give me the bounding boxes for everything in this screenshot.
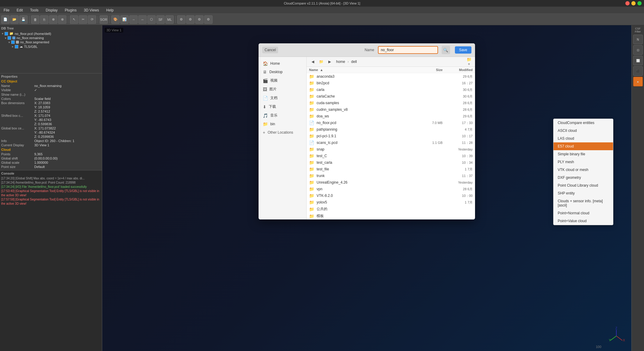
file-row-gonggong[interactable]: 📁公共的	[307, 206, 475, 213]
cancel-button[interactable]: Cancel	[262, 47, 278, 53]
rp-grid-button[interactable]: ⊡	[633, 45, 643, 55]
tb-sample[interactable]: ⊗	[58, 15, 66, 24]
checkbox-3[interactable]	[15, 45, 18, 48]
sidebar-item-desktop[interactable]: 🖥 Desktop	[259, 68, 306, 76]
close-button[interactable]	[625, 1, 630, 5]
new-folder-button[interactable]: 📁+	[465, 58, 473, 65]
tb-clone[interactable]: ⎘	[40, 15, 48, 24]
tb-open[interactable]: 📂	[10, 15, 19, 24]
menu-3dviews[interactable]: 3D Views	[83, 8, 100, 13]
nav-back-button[interactable]: ◀	[309, 58, 316, 65]
dd-item-cc-entities[interactable]: CloudCompare entities	[554, 119, 613, 127]
sidebar-item-other-locations[interactable]: + Other Locations	[259, 128, 306, 137]
file-row-unreal[interactable]: 📁UnrealEngine_4.26Yesterday	[307, 179, 475, 186]
tree-item-0[interactable]: ▾ 📁 no_floor.pcd (/home/dell)	[1, 31, 101, 36]
maximize-button[interactable]	[637, 1, 642, 5]
menu-help[interactable]: Help	[105, 8, 115, 13]
checkbox-1[interactable]	[8, 36, 11, 40]
file-row-pcl[interactable]: 📁pcl-pcl-1.9.110：17	[307, 133, 475, 139]
dd-item-e57-cloud[interactable]: E57 cloud	[554, 142, 613, 150]
header-size[interactable]: Size	[419, 68, 443, 72]
file-row-scans[interactable]: 📄scans_lc.pcd1.1 GB11：28	[307, 139, 475, 146]
tree-item-2[interactable]: ▾ no_floor.segmented	[1, 40, 101, 44]
tb-extra4[interactable]: ⚙	[204, 15, 213, 24]
checkbox-0[interactable]	[5, 32, 8, 36]
nav-forward-button[interactable]: ▶	[326, 58, 333, 65]
minimize-button[interactable]	[631, 1, 636, 5]
file-row-cudnn[interactable]: 📁cudnn_samples_v828 6月	[307, 106, 475, 113]
menu-edit[interactable]: Edit	[15, 8, 24, 13]
file-row-nofloor[interactable]: 📄no_floor.pcd7.0 MB17：33	[307, 120, 475, 126]
nav-folder-button[interactable]: 📁	[317, 58, 325, 65]
header-modified[interactable]: Modified	[443, 68, 473, 72]
checkbox-2[interactable]	[11, 40, 15, 44]
sidebar-item-pictures[interactable]: 🖼 图片	[259, 85, 306, 94]
tb-fit[interactable]: ⬡	[147, 15, 156, 24]
file-row-carla[interactable]: 📁carla30 6月	[307, 86, 475, 93]
rp-n-button[interactable]: N	[633, 35, 643, 44]
file-row-testfile[interactable]: 📁test_file1 7月	[307, 166, 475, 172]
file-row-vtk[interactable]: 📁VTK-8.2.010：00	[307, 192, 475, 199]
tb-segment[interactable]: ✂	[79, 15, 87, 24]
tb-delete[interactable]: 🗑	[31, 15, 39, 24]
file-row-testcarla[interactable]: 📁test_carla10：34	[307, 159, 475, 166]
tb-transform[interactable]: ⟳	[88, 15, 96, 24]
tb-sor[interactable]: SOR	[100, 15, 108, 24]
sidebar-item-downloads[interactable]: ⬇ 下载	[259, 102, 306, 111]
file-row-anaconda3[interactable]: 📁anaconda329 6月	[307, 73, 475, 80]
breadcrumb-home[interactable]: home	[334, 59, 347, 64]
tb-scalar[interactable]: 📊	[120, 15, 129, 24]
save-button[interactable]: Save	[455, 46, 471, 54]
tb-extra2[interactable]: ⚙	[186, 15, 195, 24]
sidebar-item-music[interactable]: 🎵 音乐	[259, 111, 306, 120]
window-controls[interactable]	[625, 1, 642, 5]
dd-item-simple-binary[interactable]: Simple binary file	[554, 150, 613, 158]
menu-display[interactable]: Display	[44, 8, 59, 13]
tree-item-3[interactable]: ▸ ☁ TLS/GBL	[1, 44, 101, 49]
tb-new[interactable]: 📄	[1, 15, 10, 24]
search-button[interactable]: 🔍	[442, 46, 450, 54]
tb-extra3[interactable]: ⚙	[195, 15, 204, 24]
file-row-vpn[interactable]: 📁vpn28 6月	[307, 186, 475, 192]
tb-ml[interactable]: ML	[165, 15, 174, 24]
tb-colorize[interactable]: 🎨	[111, 15, 120, 24]
sidebar-item-videos[interactable]: 🎬 视频	[259, 76, 306, 85]
menu-plugins[interactable]: Plugins	[63, 8, 78, 13]
dd-item-shp[interactable]: SHP entity	[554, 189, 613, 197]
tb-normals[interactable]: →	[129, 15, 138, 24]
tb-save[interactable]: 💾	[19, 15, 28, 24]
rp-view1-button[interactable]: ⬜	[633, 56, 643, 65]
file-row-cudasamples[interactable]: 📁cuda-samples28 6月	[307, 100, 475, 106]
header-name[interactable]: Name ▲	[309, 68, 419, 72]
dd-item-point-normal[interactable]: Point+Normal cloud	[554, 209, 613, 217]
sidebar-item-bin[interactable]: 📁 bin	[259, 120, 306, 128]
dd-item-clouds-sensor[interactable]: Clouds + sensor info. [meta][ascii]	[554, 197, 613, 209]
tb-extra1[interactable]: ⚙	[177, 15, 186, 24]
file-row-yolov5[interactable]: 📁yolov51 7月	[307, 199, 475, 206]
menu-file[interactable]: File	[2, 8, 11, 13]
filename-input[interactable]	[378, 46, 438, 54]
dd-item-ascii-cloud[interactable]: ASCII cloud	[554, 127, 613, 135]
file-row-carlacache[interactable]: 📁carlaCache30 6月	[307, 93, 475, 100]
file-row-moban[interactable]: 📁模板	[307, 213, 475, 219]
sidebar-item-documents[interactable]: 📄 文档	[259, 94, 306, 102]
dd-item-ply-mesh[interactable]: PLY mesh	[554, 158, 613, 166]
dd-item-vtk-cloud[interactable]: VTK cloud or mesh	[554, 166, 613, 174]
center-viewport[interactable]: 3D View 1 X Y Z 100 Cancel Name 🔍	[102, 25, 631, 351]
breadcrumb-dell[interactable]: dell	[349, 59, 359, 64]
tb-select[interactable]: ↖	[70, 15, 78, 24]
sidebar-item-home[interactable]: 🏠 Home	[259, 59, 306, 68]
file-row-testc[interactable]: 📁test_C10：39	[307, 153, 475, 159]
file-row-trunk[interactable]: 📁trunk11：37	[307, 172, 475, 179]
tree-item-1[interactable]: ▾ no_floor.remaining	[1, 36, 101, 40]
file-row-bin2pcd[interactable]: 📁bin2pcd16：27	[307, 80, 475, 86]
menu-tools[interactable]: Tools	[29, 8, 40, 13]
dd-item-las-cloud[interactable]: LAS cloud	[554, 135, 613, 142]
file-row-doaws[interactable]: 📁doa_ws29 6月	[307, 113, 475, 120]
dd-item-point-value[interactable]: Point+Value cloud	[554, 217, 613, 225]
tb-dist[interactable]: ↔	[138, 15, 147, 24]
rp-view2-button[interactable]: ⬛	[633, 66, 643, 76]
file-row-snap[interactable]: 📁snapYesterday	[307, 146, 475, 153]
dd-item-dxf[interactable]: DXF geometry	[554, 174, 613, 182]
file-row-pathplanning[interactable]: 📁pathplanning4 7月	[307, 126, 475, 133]
